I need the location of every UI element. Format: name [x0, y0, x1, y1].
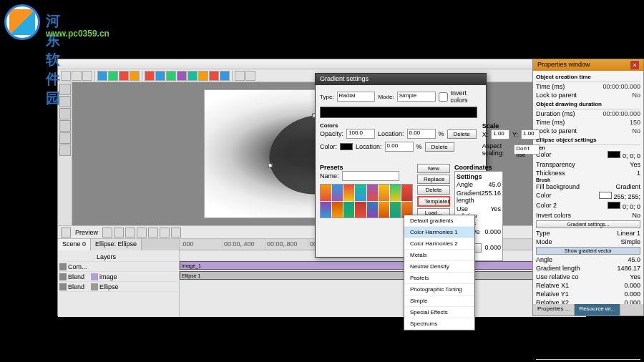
- toolbar-btn[interactable]: [187, 71, 197, 81]
- color-swatch[interactable]: [599, 192, 612, 199]
- gradient-settings-button[interactable]: Gradient settings...: [536, 220, 640, 228]
- toolbar-btn[interactable]: [220, 71, 230, 81]
- close-icon[interactable]: ×: [630, 61, 639, 69]
- play-icon[interactable]: [125, 228, 135, 238]
- tab-resource[interactable]: Resource wi...: [575, 304, 620, 315]
- dropdown-item[interactable]: Metals: [404, 250, 474, 261]
- show-vector-button[interactable]: Show gradient vector: [536, 247, 640, 255]
- dropdown-item[interactable]: Spectrums: [404, 318, 474, 330]
- mode-label: Mode:: [378, 94, 394, 100]
- logo-text: 河东软件园: [46, 11, 61, 108]
- clip-ellipse[interactable]: Ellipse 1: [180, 271, 566, 280]
- expand-icon[interactable]: [59, 283, 67, 290]
- type-select[interactable]: Radial: [337, 92, 376, 102]
- dropdown-item[interactable]: Color Harmonies 2: [404, 238, 474, 250]
- scale-x-input[interactable]: 1.00: [491, 129, 509, 140]
- type-label: Type:: [320, 94, 334, 100]
- tab-scene[interactable]: Scene 0: [58, 239, 91, 250]
- toolbar-btn[interactable]: [245, 71, 255, 81]
- play-end-icon[interactable]: [171, 228, 181, 238]
- toolbar-btn[interactable]: [119, 71, 129, 81]
- dropdown-item[interactable]: Pastels: [404, 273, 474, 284]
- opacity-input[interactable]: 100.0: [346, 129, 375, 139]
- layer-icon: [91, 273, 98, 280]
- timeline-row[interactable]: Blend image: [59, 272, 177, 282]
- properties-title: Properties window ×: [533, 59, 643, 71]
- templates-dropdown: Default gradients Color Harmonies 1 Colo…: [404, 215, 475, 331]
- delete-stop-button[interactable]: Delete: [425, 142, 454, 152]
- timeline-header: Layers: [59, 252, 177, 262]
- dropdown-item[interactable]: Neutral Density: [404, 261, 474, 273]
- toolbar-btn[interactable]: [166, 71, 176, 81]
- gradient-preview[interactable]: [320, 107, 477, 118]
- play-start-icon[interactable]: [102, 228, 112, 238]
- toolbar-btn[interactable]: [61, 71, 71, 81]
- color-swatch[interactable]: [340, 143, 353, 150]
- toolbar-btn[interactable]: [198, 71, 208, 81]
- preview-label: Preview: [75, 229, 98, 236]
- dropdown-item[interactable]: Simple: [404, 295, 474, 307]
- preset-name-input[interactable]: [342, 171, 399, 181]
- resize-handle[interactable]: [268, 163, 273, 168]
- tool-btn[interactable]: [59, 96, 71, 107]
- location-input[interactable]: 0.00: [385, 142, 414, 152]
- timeline-row[interactable]: Com...: [59, 262, 177, 272]
- invert-label: Invert colors: [451, 89, 482, 104]
- preview-toggle[interactable]: [61, 228, 71, 238]
- preset-swatches[interactable]: [320, 184, 413, 218]
- stop-icon[interactable]: [148, 228, 158, 238]
- prev-frame-icon[interactable]: [114, 228, 124, 238]
- toolbar-btn[interactable]: [108, 71, 118, 81]
- invert-checkbox[interactable]: [439, 92, 448, 102]
- expand-icon[interactable]: [59, 263, 67, 270]
- mode-select[interactable]: Simple: [397, 92, 436, 102]
- delete-stop-button[interactable]: Delete: [447, 129, 477, 139]
- toolbar-btn[interactable]: [72, 71, 82, 81]
- tool-btn[interactable]: [59, 145, 71, 156]
- new-button[interactable]: New: [417, 164, 450, 173]
- track-row[interactable]: Ellipse 1: [180, 270, 586, 280]
- dialog-title: Gradient settings: [316, 74, 486, 85]
- templates-button[interactable]: Templates: [417, 196, 450, 207]
- logo-url: www.pc0359.cn: [46, 29, 109, 39]
- toolbar-btn[interactable]: [145, 71, 155, 81]
- tool-btn[interactable]: [59, 132, 71, 144]
- color-swatch[interactable]: [608, 151, 620, 158]
- tab-properties[interactable]: Properties ...: [533, 304, 575, 315]
- scale-y-input[interactable]: 1.00: [521, 129, 540, 140]
- properties-window: Properties window × Object creation time…: [532, 59, 644, 316]
- tab-ellipse[interactable]: Ellipse: Ellipse: [91, 239, 142, 250]
- dropdown-item[interactable]: Color Harmonies 1: [404, 227, 474, 238]
- menu-bar[interactable]: [58, 59, 586, 69]
- toolbar-btn[interactable]: [209, 71, 219, 81]
- next-frame-icon[interactable]: [160, 228, 170, 238]
- delete-preset-button[interactable]: Delete: [417, 185, 450, 195]
- logo-circle: [4, 4, 40, 40]
- toolbar-btn[interactable]: [235, 71, 245, 81]
- timeline-row[interactable]: Blend Ellipse: [59, 282, 177, 292]
- aspect-select[interactable]: Don't use: [514, 145, 539, 155]
- expand-icon[interactable]: [59, 273, 67, 280]
- toolbar-btn[interactable]: [97, 71, 107, 81]
- watermark-logo: 河东软件园 www.pc0359.cn: [4, 4, 40, 40]
- tool-btn[interactable]: [59, 120, 71, 132]
- colors-section: Colors: [320, 122, 477, 129]
- toolbar-btn[interactable]: [130, 71, 140, 81]
- replace-button[interactable]: Replace: [417, 175, 450, 184]
- pause-icon[interactable]: [137, 228, 147, 238]
- dropdown-item[interactable]: Special Effects: [404, 307, 474, 318]
- dropdown-item[interactable]: Photographic Toning: [404, 284, 474, 295]
- dropdown-item[interactable]: Default gradients: [404, 215, 474, 227]
- toolbar-btn[interactable]: [82, 71, 92, 81]
- toolbar-btn[interactable]: [177, 71, 187, 81]
- tool-btn[interactable]: [59, 84, 71, 95]
- toolbar-btn[interactable]: [155, 71, 165, 81]
- location-input[interactable]: 0.00: [407, 129, 436, 139]
- color-swatch[interactable]: [608, 202, 620, 209]
- layer-icon: [91, 283, 98, 290]
- tool-btn[interactable]: [59, 108, 71, 119]
